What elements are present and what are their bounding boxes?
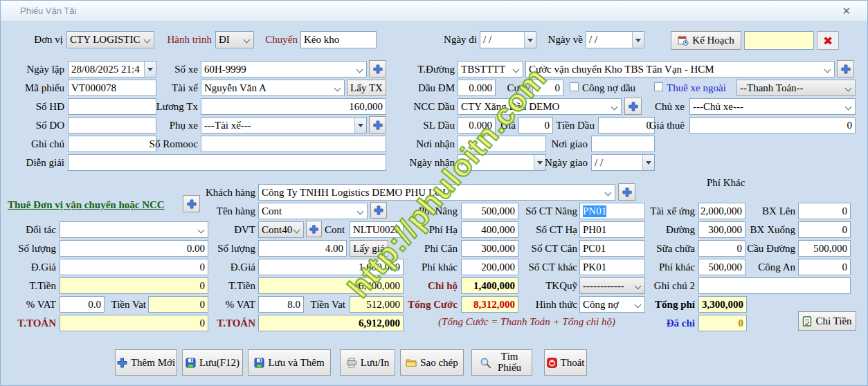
tk-quy-select[interactable]: ------------ (579, 277, 645, 294)
ngay-ve-datepicker[interactable]: / / (586, 31, 644, 48)
vat-2-input[interactable]: 8.0 (258, 296, 304, 313)
tim-phieu-button[interactable]: Tìm Phiếu (471, 349, 532, 376)
cont-input[interactable]: NLTU0028 (350, 221, 404, 238)
don-vi-select[interactable]: CTY LOGISTIC (66, 31, 154, 48)
chi-tien-button[interactable]: Chi Tiền (798, 311, 856, 331)
dvt-select[interactable]: Cont40 (258, 221, 304, 238)
add-dvt-button[interactable] (306, 221, 322, 237)
ten-hang-combo[interactable]: Cont (258, 203, 368, 219)
t-tien-2-field[interactable]: 6,400,000 (258, 277, 404, 294)
so-luong-2-input[interactable]: 4.00 (258, 240, 347, 257)
so-luong-1-input[interactable]: 0.00 (60, 240, 208, 257)
them-moi-button[interactable]: Thêm Mới (115, 349, 177, 376)
sua-chua-input[interactable]: 0 (698, 240, 745, 257)
so-hd-input[interactable] (68, 98, 156, 115)
ke-hoach-button[interactable]: Kế Hoạch (671, 31, 741, 50)
ngay-nhan-datepicker[interactable]: / / (458, 154, 546, 171)
bx-xuong-input[interactable]: 0 (798, 221, 851, 238)
phi-nang-input[interactable]: 500,000 (461, 203, 518, 219)
chevron-down-icon[interactable] (354, 118, 366, 133)
dien-giai-input[interactable] (68, 154, 386, 171)
duong-input[interactable]: 300,000 (698, 221, 745, 238)
da-chi-field[interactable]: 0 (698, 315, 747, 331)
chuyen-input[interactable]: Kéo kho (300, 31, 377, 48)
gia-thue-input[interactable]: 0 (689, 117, 856, 134)
t-toan-1-field[interactable]: 0 (60, 315, 208, 331)
ngay-di-datepicker[interactable]: / / (480, 31, 536, 48)
tai-xe-combo[interactable]: Nguyễn Văn A (201, 80, 345, 96)
tai-xe-ung-input[interactable]: 2,000,000 (698, 203, 745, 219)
chuyen-label: Chuyến (258, 34, 298, 48)
sao-chep-button[interactable]: Sao chép (400, 349, 464, 376)
ghi-chu-input[interactable] (68, 136, 156, 152)
ngay-giao-datepicker[interactable]: / / (591, 154, 655, 171)
ct-ha-input[interactable]: PH01 (579, 221, 645, 238)
add-vehicle-button[interactable] (369, 60, 386, 77)
ct-nang-input[interactable]: PN01 (579, 203, 645, 219)
t-duong-name-combo[interactable]: Cước vận chuyển Kho TBS Tân Vạn - HCM (525, 61, 835, 77)
tien-vat-1-field[interactable]: 0 (148, 296, 208, 313)
add-phu-xe-button[interactable] (369, 116, 386, 134)
chi-ho-field[interactable]: 1,400,000 (461, 277, 518, 294)
ngay-lap-datepicker[interactable]: 28/08/2025 21:4 (68, 61, 156, 77)
bx-len-input[interactable]: 0 (798, 203, 851, 219)
noi-nhan-input[interactable] (458, 136, 546, 152)
luu-button[interactable]: Lưu(F12) (182, 349, 243, 376)
cau-duong-input[interactable]: 500,000 (798, 240, 851, 257)
thoat-button[interactable]: Thoát (544, 349, 587, 376)
vat-1-input[interactable]: 0.0 (60, 296, 105, 313)
chevron-down-icon[interactable] (642, 155, 654, 170)
t-toan-2-field[interactable]: 6,912,000 (258, 315, 404, 331)
close-icon[interactable]: ✕ (842, 5, 851, 17)
sl-dau-input[interactable]: 0.000 (458, 117, 496, 134)
lay-tx-button[interactable]: Lấy TX (347, 80, 386, 96)
ke-hoach-input[interactable] (744, 31, 814, 50)
khach-hang-combo[interactable]: Công Ty TNHH Logistics DEMO PHU LOI (258, 184, 615, 201)
ct-khac-input[interactable]: PK01 (579, 259, 645, 275)
chevron-down-icon[interactable] (524, 32, 536, 48)
luu-va-them-button[interactable]: Lưu và Thêm (248, 349, 331, 376)
phi-khac-3-input[interactable]: 200,000 (461, 259, 518, 275)
ct-can-input[interactable]: PC01 (579, 240, 645, 257)
luu-in-button[interactable]: Lưu/In (340, 349, 395, 376)
so-xe-combo[interactable]: 60H-9999 (201, 61, 367, 77)
phi-ha-input[interactable]: 400,000 (461, 221, 518, 238)
so-do-input[interactable] (68, 117, 156, 134)
chevron-down-icon[interactable] (144, 62, 156, 77)
thue-xe-ngoai-checkbox[interactable] (654, 82, 663, 91)
dau-dm-input[interactable]: 0.000 (458, 80, 496, 96)
add-goods-button[interactable] (370, 202, 387, 219)
chu-xe-combo[interactable]: ---Chủ xe--- (689, 98, 856, 115)
thanh-toan-select[interactable]: --Thanh Toán-- (736, 80, 856, 96)
phu-xe-combo[interactable]: ---Tài xế--- (201, 117, 367, 134)
so-romooc-input[interactable] (201, 136, 386, 152)
cong-an-input[interactable]: 0 (798, 259, 851, 275)
phi-can-input[interactable]: 300,000 (461, 240, 518, 257)
gia-input[interactable]: 0 (518, 117, 553, 134)
lay-gia-button[interactable]: Lấy giá (350, 240, 388, 257)
d-gia-1-input[interactable]: 0 (60, 259, 208, 275)
tong-cuoc-field[interactable]: 8,312,000 (461, 296, 518, 313)
add-customer-button[interactable] (618, 183, 635, 201)
ncc-dau-combo[interactable]: CTY Xăng Dầu DEMO (458, 98, 622, 115)
hanh-trinh-select[interactable]: ĐI (215, 31, 254, 48)
ghi-chu-2-input[interactable] (698, 277, 851, 294)
chevron-down-icon[interactable] (632, 32, 644, 48)
ma-phieu-input[interactable]: VT000078 (68, 80, 156, 96)
add-subcontractor-button[interactable] (183, 195, 200, 212)
add-route-button[interactable] (837, 60, 854, 77)
luong-tx-input[interactable]: 160,000 (201, 98, 386, 115)
doi-tac-combo[interactable] (60, 221, 208, 238)
t-duong-code-combo[interactable]: TBSTTTT (458, 61, 523, 77)
add-fuel-supplier-button[interactable] (624, 98, 642, 115)
tien-vat-2-field[interactable]: 512,000 (350, 296, 404, 313)
hinh-thuc-select[interactable]: Công nợ (579, 296, 645, 313)
clear-plan-button[interactable]: ✖ (817, 31, 839, 50)
phi-khac-4-input[interactable]: 500,000 (698, 259, 745, 275)
cu-ly-input[interactable]: 0 (532, 80, 563, 96)
tong-phi-field[interactable]: 3,300,000 (698, 296, 747, 313)
cong-no-dau-checkbox[interactable] (570, 82, 579, 91)
noi-giao-input[interactable] (591, 136, 655, 152)
d-gia-2-input[interactable]: 1,600,000 (258, 259, 404, 275)
t-tien-1-field[interactable]: 0 (60, 277, 208, 294)
